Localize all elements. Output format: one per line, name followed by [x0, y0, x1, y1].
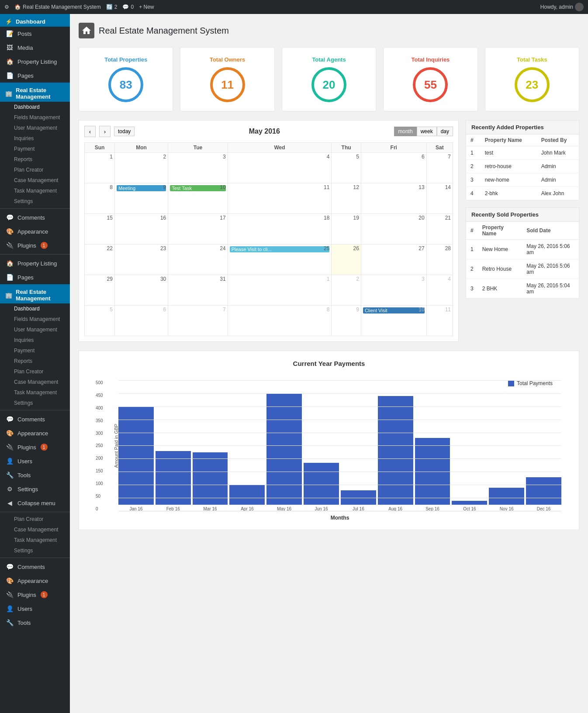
cal-cell[interactable]: 1: [85, 153, 115, 183]
sidebar-item-settings[interactable]: ⚙ Settings: [0, 482, 70, 496]
sidebar-collapse-menu[interactable]: ◀ Collapse menu: [0, 496, 70, 510]
sidebar-sub-plan-creator[interactable]: Plan Creator: [0, 165, 70, 175]
sidebar-item-rem-2[interactable]: 🏢 Real Estate Management: [0, 284, 70, 303]
sidebar-sub-payment-2[interactable]: Payment: [0, 345, 70, 356]
sidebar-item-plugins-3[interactable]: 🔌 Plugins 1: [0, 588, 70, 602]
sidebar-item-pages-2[interactable]: 📄 Pages: [0, 270, 70, 284]
new-content-link[interactable]: + New: [139, 4, 154, 10]
calendar-event-client-visit[interactable]: Client Visit: [363, 307, 425, 313]
sidebar-sub-case-2[interactable]: Case Management: [0, 377, 70, 387]
cal-cell-today[interactable]: 26: [332, 245, 361, 275]
cal-cell[interactable]: 2: [332, 275, 361, 306]
calendar-month-btn[interactable]: month: [394, 127, 416, 136]
cal-cell[interactable]: 9: [332, 306, 361, 336]
cal-cell[interactable]: 8: [228, 306, 332, 336]
cal-cell[interactable]: 13: [361, 183, 426, 214]
sidebar-sub-fields[interactable]: Fields Management: [0, 112, 70, 123]
sidebar-sub-reports[interactable]: Reports: [0, 154, 70, 165]
wp-logo[interactable]: ⚙: [4, 4, 9, 10]
cal-cell[interactable]: 14: [426, 183, 453, 214]
cal-cell[interactable]: 25 Please Visit to cli...: [228, 245, 332, 275]
sidebar-item-tools-2[interactable]: 🔧 Tools: [0, 616, 70, 630]
sidebar-item-rem[interactable]: 🏢 Real Estate Management: [0, 83, 70, 102]
sidebar-item-comments[interactable]: 💬 Comments: [0, 210, 70, 224]
cal-cell[interactable]: 12: [332, 183, 361, 214]
cal-cell[interactable]: 30: [114, 275, 168, 306]
cal-cell[interactable]: 28: [426, 245, 453, 275]
howdy-label[interactable]: Howdy, admin: [540, 3, 584, 11]
sidebar-sub-settings-2[interactable]: Settings: [0, 398, 70, 408]
sidebar-item-plugins[interactable]: 🔌 Plugins 1: [0, 238, 70, 252]
calendar-event-meeting[interactable]: Meeting: [117, 185, 166, 191]
sidebar-item-dashboard[interactable]: ⚡ Dashboard: [0, 14, 70, 27]
cal-cell[interactable]: 1: [228, 275, 332, 306]
calendar-week-btn[interactable]: week: [417, 127, 437, 136]
cal-cell[interactable]: 3: [361, 275, 426, 306]
cal-cell[interactable]: 5: [85, 306, 115, 336]
cal-cell[interactable]: 11: [228, 183, 332, 214]
cal-cell[interactable]: 20: [361, 214, 426, 245]
sidebar-item-appearance-3[interactable]: 🎨 Appearance: [0, 574, 70, 588]
cal-cell[interactable]: 29: [85, 275, 115, 306]
calendar-next-btn[interactable]: ›: [99, 126, 111, 137]
cal-cell[interactable]: 22: [85, 245, 115, 275]
calendar-day-btn[interactable]: day: [437, 127, 453, 136]
cal-cell[interactable]: 27: [361, 245, 426, 275]
cal-cell[interactable]: 7: [168, 306, 228, 336]
updates-link[interactable]: 🔄 2: [106, 4, 118, 10]
cal-cell[interactable]: 9 Meeting: [114, 183, 168, 214]
sidebar-item-pages[interactable]: 📄 Pages: [0, 69, 70, 83]
cal-cell[interactable]: 6: [361, 153, 426, 183]
calendar-today-btn[interactable]: today: [114, 127, 135, 136]
cal-cell[interactable]: 6: [114, 306, 168, 336]
sidebar-sub-plan-2[interactable]: Plan Creator: [0, 366, 70, 377]
sidebar-item-media[interactable]: 🖼 Media: [0, 41, 70, 55]
sidebar-item-plugins-2[interactable]: 🔌 Plugins 1: [0, 440, 70, 454]
sidebar-extra-plan[interactable]: Plan Creator: [0, 514, 70, 524]
sidebar-extra-case[interactable]: Case Management: [0, 524, 70, 535]
sidebar-item-users-2[interactable]: 👤 Users: [0, 602, 70, 616]
sidebar-sub-inquiries-2[interactable]: Inquiries: [0, 335, 70, 345]
cal-cell[interactable]: 10 Test Task: [168, 183, 228, 214]
sidebar-item-posts[interactable]: 📝 Posts: [0, 27, 70, 41]
sidebar-sub-dashboard[interactable]: Dashboard: [0, 102, 70, 112]
cal-cell[interactable]: 11: [426, 306, 453, 336]
sidebar-item-appearance[interactable]: 🎨 Appearance: [0, 224, 70, 238]
sidebar-sub-task-2[interactable]: Task Management: [0, 387, 70, 398]
sidebar-item-comments-3[interactable]: 💬 Comments: [0, 560, 70, 574]
cal-cell[interactable]: 21: [426, 214, 453, 245]
cal-cell[interactable]: 19: [332, 214, 361, 245]
sidebar-item-property-listing-2[interactable]: 🏠 Property Listing: [0, 256, 70, 270]
sidebar-item-tools[interactable]: 🔧 Tools: [0, 468, 70, 482]
cal-cell[interactable]: 31: [168, 275, 228, 306]
sidebar-sub-users-2[interactable]: User Management: [0, 324, 70, 335]
cal-cell[interactable]: 4: [426, 275, 453, 306]
cal-cell[interactable]: 3: [168, 153, 228, 183]
sidebar-item-property-listing[interactable]: 🏠 Property Listing: [0, 55, 70, 69]
sidebar-item-comments-2[interactable]: 💬 Comments: [0, 412, 70, 426]
cal-cell[interactable]: 23: [114, 245, 168, 275]
sidebar-sub-payment[interactable]: Payment: [0, 144, 70, 154]
cal-cell[interactable]: 18: [228, 214, 332, 245]
calendar-event-test-task[interactable]: Test Task: [170, 185, 225, 191]
sidebar-extra-task[interactable]: Task Management: [0, 535, 70, 545]
cal-cell[interactable]: 16: [114, 214, 168, 245]
sidebar-sub-users[interactable]: User Management: [0, 123, 70, 133]
cal-cell[interactable]: 8: [85, 183, 115, 214]
cal-cell[interactable]: 4: [228, 153, 332, 183]
sidebar-sub-inquiries[interactable]: Inquiries: [0, 133, 70, 144]
cal-cell[interactable]: 10 Client Visit: [361, 306, 426, 336]
sidebar-sub-reports-2[interactable]: Reports: [0, 356, 70, 366]
calendar-prev-btn[interactable]: ‹: [84, 126, 96, 137]
cal-cell[interactable]: 2: [114, 153, 168, 183]
sidebar-item-users[interactable]: 👤 Users: [0, 454, 70, 468]
sidebar-sub-dashboard-2[interactable]: Dashboard: [0, 303, 70, 314]
sidebar-sub-fields-2[interactable]: Fields Management: [0, 314, 70, 324]
sidebar-extra-settings[interactable]: Settings: [0, 545, 70, 556]
cal-cell[interactable]: 7: [426, 153, 453, 183]
sidebar-sub-task[interactable]: Task Management: [0, 186, 70, 196]
comments-link[interactable]: 💬 0: [122, 4, 134, 10]
cal-cell[interactable]: 24: [168, 245, 228, 275]
sidebar-item-appearance-2[interactable]: 🎨 Appearance: [0, 426, 70, 440]
cal-cell[interactable]: 17: [168, 214, 228, 245]
